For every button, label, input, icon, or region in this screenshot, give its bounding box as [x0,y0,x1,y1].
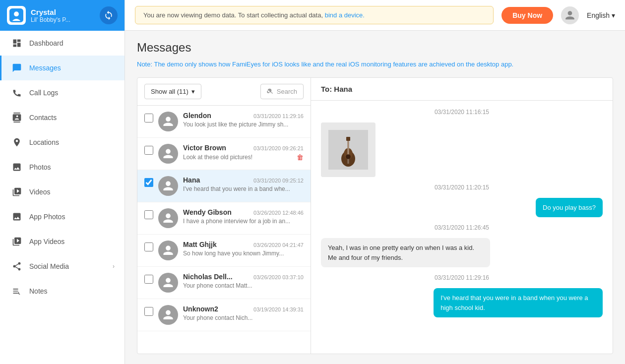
note-prefix: Note: The demo only shows how FamiEyes f… [137,61,272,68]
sidebar-item-app-videos-label: App Videos [29,238,115,245]
search-box[interactable]: Search [260,84,304,99]
avatar [158,241,178,260]
person-icon [162,244,174,256]
svg-point-1 [14,11,19,16]
message-content: Matt Ghjjk 03/26/2020 04:21:47 So how lo… [183,241,304,257]
list-item[interactable]: Glendon 03/31/2020 11:29:16 You look jus… [137,106,311,138]
preview-text: Your phone contact Matt... [183,282,252,289]
list-item[interactable]: Victor Brown 03/31/2020 09:26:21 Look at… [137,138,311,170]
social-media-icon [11,261,22,272]
sidebar-item-call-logs[interactable]: Call Logs [0,80,125,105]
sidebar-item-messages-label: Messages [29,64,115,72]
chat-bubble-right: Do you play bass? [536,198,603,218]
person-icon [162,148,174,160]
avatar [158,112,178,131]
filter-dropdown[interactable]: Show all (11) ▾ [144,84,201,99]
message-checkbox[interactable] [144,243,153,251]
content-area: Messages Note: The demo only shows how F… [125,31,625,364]
sidebar-item-app-photos[interactable]: App Photos [0,204,125,229]
message-checkbox[interactable] [144,178,153,187]
main-content: You are now viewing demo data. To start … [125,0,625,364]
photos-icon [11,162,22,173]
sidebar-item-dashboard-label: Dashboard [29,39,115,47]
avatar [158,208,178,228]
sidebar-item-locations[interactable]: Locations [0,130,125,155]
message-header: Unknown2 03/19/2020 14:39:31 [183,305,304,313]
message-time: 03/31/2020 11:29:16 [253,113,304,119]
preview-text: I've heard that you were in a band whe..… [183,185,290,192]
chat-timestamp: 03/31/2020 11:29:16 [321,274,603,281]
list-item[interactable]: Wendy Gibson 03/26/2020 12:48:46 I have … [137,202,311,235]
list-item[interactable]: Matt Ghjjk 03/26/2020 04:21:47 So how lo… [137,235,311,267]
page-title: Messages [137,41,613,55]
chat-image [321,122,375,177]
sidebar-item-app-videos[interactable]: App Videos [0,229,125,254]
sidebar-item-dashboard[interactable]: Dashboard [0,31,125,56]
message-header: Wendy Gibson 03/26/2020 12:48:46 [183,208,304,216]
message-checkbox[interactable] [144,307,153,316]
sidebar-item-social-media[interactable]: Social Media › [0,254,125,279]
message-content: Hana 03/31/2020 09:25:12 I've heard that… [183,176,304,192]
user-icon[interactable] [561,6,579,24]
sidebar-item-videos[interactable]: Videos [0,180,125,204]
chat-bubble-left: Yeah, I was in one pretty early on when … [321,238,490,267]
list-item[interactable]: Unknown2 03/19/2020 14:39:31 Your phone … [137,299,311,331]
message-header: Matt Ghjjk 03/26/2020 04:21:47 [183,241,304,248]
call-logs-icon [11,87,22,98]
device-name: Lil' Bobby's P... [31,16,95,23]
delete-icon[interactable]: 🗑 [297,153,304,161]
sidebar-item-contacts[interactable]: Contacts [0,105,125,130]
contacts-icon [11,112,22,123]
search-placeholder: Search [277,88,297,95]
chat-timestamp: 03/31/2020 11:26:45 [321,224,603,231]
chat-row-right: I've heard that you were in a band when … [321,288,603,317]
message-checkbox[interactable] [144,146,153,155]
message-time: 03/31/2020 09:26:21 [253,145,304,151]
demo-banner: You are now viewing demo data. To start … [135,6,494,24]
message-preview: You look just like the picture Jimmy sh.… [183,121,304,128]
avatar [158,305,178,325]
demo-text: You are now viewing demo data. To start … [143,11,323,19]
notes-icon [11,286,22,297]
note-end: monitoring features are achieved on the … [359,61,513,68]
buy-now-button[interactable]: Buy Now [501,7,553,24]
message-content: Glendon 03/31/2020 11:29:16 You look jus… [183,112,304,128]
messages-list-panel: Show all (11) ▾ Search [137,78,311,354]
chevron-right-icon: › [113,263,115,270]
message-name: Hana [183,176,200,184]
message-checkbox[interactable] [144,275,153,284]
sidebar-item-photos[interactable]: Photos [0,155,125,180]
sync-icon[interactable] [100,6,118,24]
message-detail-panel: To: Hana 03/31/2020 11:16:15 [311,78,613,354]
bind-device-link[interactable]: bind a device. [325,11,365,19]
sidebar-item-notes[interactable]: Notes [0,279,125,303]
person-icon [162,116,174,127]
message-content: Victor Brown 03/31/2020 09:26:21 Look at… [183,144,304,161]
message-checkbox[interactable] [144,114,153,122]
language-selector[interactable]: English ▾ [587,11,615,19]
note-text: Note: The demo only shows how FamiEyes f… [137,60,613,69]
dashboard-icon [11,38,22,49]
note-middle: looks like and the real [283,61,349,68]
list-item[interactable]: Nicholas Dell... 03/26/2020 03:37:10 You… [137,267,311,299]
message-preview: Your phone contact Matt... [183,282,304,289]
message-header: Victor Brown 03/31/2020 09:26:21 [183,144,304,152]
app-name: Crystal [31,8,95,16]
list-item[interactable]: Hana 03/31/2020 09:25:12 I've heard that… [137,170,311,202]
language-label: English [587,11,610,19]
topbar: You are now viewing demo data. To start … [125,0,625,31]
preview-text: Look at these old pictures! [183,154,252,161]
person-icon [162,180,174,192]
message-header: Hana 03/31/2020 09:25:12 [183,176,304,184]
messages-toolbar: Show all (11) ▾ Search [137,78,311,106]
message-header: Glendon 03/31/2020 11:29:16 [183,112,304,120]
avatar [158,144,178,164]
message-checkbox[interactable] [144,210,153,219]
message-preview: Look at these old pictures! 🗑 [183,153,304,161]
sidebar-item-social-media-label: Social Media [29,262,106,270]
sidebar-item-messages[interactable]: Messages [0,56,125,80]
detail-header: To: Hana [311,78,613,101]
search-icon [267,88,274,95]
message-preview: So how long have you known Jimmy... [183,250,304,257]
preview-text: So how long have you known Jimmy... [183,250,284,257]
